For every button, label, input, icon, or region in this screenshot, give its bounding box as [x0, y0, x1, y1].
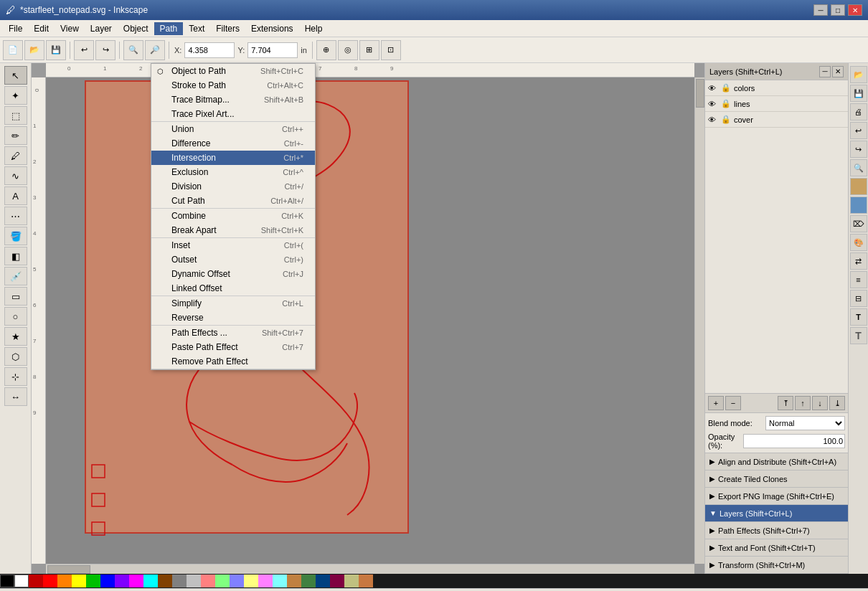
panel-clones[interactable]: ▶ Create Tiled Clones [705, 471, 848, 488]
canvas-area[interactable]: 0 1 2 3 4 5 6 7 8 9 0 1 2 3 4 5 6 7 [32, 63, 704, 574]
color-violet[interactable] [115, 575, 129, 587]
pen-tool[interactable]: 🖊 [4, 146, 27, 165]
layer-down-button[interactable]: ↓ [812, 396, 828, 410]
save-button[interactable]: 💾 [46, 40, 66, 60]
menu-edit[interactable]: Edit [28, 22, 55, 35]
color-silver[interactable] [187, 575, 201, 587]
color-lightblue[interactable] [230, 575, 244, 587]
color-darkgreen[interactable] [301, 575, 316, 587]
star-tool[interactable]: ★ [4, 327, 27, 346]
menu-combine[interactable]: Combine Ctrl+K [151, 209, 315, 223]
fr-print-button[interactable]: 🖨 [850, 103, 867, 120]
snap-button[interactable]: ⊕ [316, 40, 336, 60]
menu-help[interactable]: Help [299, 22, 329, 35]
menu-extensions[interactable]: Extensions [245, 22, 299, 35]
menu-outset[interactable]: Outset Ctrl+) [151, 252, 315, 267]
color-darkblue[interactable] [316, 575, 330, 587]
hscroll-thumb[interactable] [47, 565, 90, 574]
open-button[interactable]: 📂 [24, 40, 44, 60]
color-orange[interactable] [57, 575, 72, 587]
menu-object[interactable]: Object [118, 22, 154, 35]
3d-box-tool[interactable]: ⬡ [4, 347, 27, 366]
color-magenta[interactable] [129, 575, 143, 587]
fr-redo-button[interactable]: ↪ [850, 141, 867, 158]
redo-button[interactable]: ↪ [95, 40, 115, 60]
color-green[interactable] [86, 575, 100, 587]
menu-path-effects[interactable]: Path Effects ... Shift+Ctrl+7 [151, 326, 315, 340]
color-pink[interactable] [258, 575, 273, 587]
menu-path[interactable]: Path [154, 22, 184, 35]
pencil-tool[interactable]: ✏ [4, 126, 27, 145]
color-tan[interactable] [287, 575, 301, 587]
fr-open-button[interactable]: 📂 [850, 66, 867, 83]
color-olive[interactable] [344, 575, 359, 587]
layer-row-colors[interactable]: 👁 🔒 colors [705, 80, 848, 96]
blend-select[interactable]: Normal Multiply Screen Overlay [765, 416, 845, 430]
remove-layer-button[interactable]: − [725, 396, 741, 410]
layer-row-cover[interactable]: 👁 🔒 cover [705, 112, 848, 128]
panel-export[interactable]: ▶ Export PNG Image (Shift+Ctrl+E) [705, 488, 848, 505]
lock-icon-colors[interactable]: 🔒 [721, 83, 731, 93]
color-gray[interactable] [172, 575, 187, 587]
fill-tool[interactable]: 🪣 [4, 227, 27, 245]
menu-remove-path-effect[interactable]: Remove Path Effect [151, 354, 315, 369]
zoom-in-button[interactable]: 🔍 [123, 40, 143, 60]
layer-to-top-button[interactable]: ⤒ [778, 396, 793, 410]
fr-color1-button[interactable] [850, 178, 867, 195]
menu-linked-offset[interactable]: Linked Offset [151, 281, 315, 296]
color-blue[interactable] [100, 575, 115, 587]
horizontal-scrollbar[interactable] [46, 564, 694, 574]
lock-icon-cover[interactable]: 🔒 [721, 115, 731, 124]
menu-break-apart[interactable]: Break Apart Shift+Ctrl+K [151, 223, 315, 237]
menu-layer[interactable]: Layer [85, 22, 118, 35]
color-red[interactable] [43, 575, 57, 587]
rect-tool[interactable]: ▭ [4, 287, 27, 306]
panel-align[interactable]: ▶ Align and Distribute (Shift+Ctrl+A) [705, 453, 848, 471]
fr-color2-button[interactable] [850, 197, 867, 214]
fr-swap-button[interactable]: ⇄ [850, 252, 867, 270]
zoom-out-button[interactable]: 🔎 [145, 40, 165, 60]
fr-paint-button[interactable]: 🎨 [850, 234, 867, 251]
vscroll-thumb[interactable] [696, 79, 704, 108]
layers-minimize-button[interactable]: ─ [819, 66, 831, 77]
color-lightgreen[interactable] [215, 575, 230, 587]
menu-filters[interactable]: Filters [210, 22, 245, 35]
lock-icon-lines[interactable]: 🔒 [721, 99, 731, 108]
menu-reverse[interactable]: Reverse [151, 311, 315, 325]
menu-inset[interactable]: Inset Ctrl+( [151, 238, 315, 252]
panel-transform[interactable]: ▶ Transform (Shift+Ctrl+M) [705, 557, 848, 574]
snap-nodes-button[interactable]: ◎ [338, 40, 358, 60]
undo-button[interactable]: ↩ [74, 40, 94, 60]
color-copper[interactable] [359, 575, 373, 587]
opacity-input[interactable] [743, 434, 845, 448]
circle-tool[interactable]: ○ [4, 307, 27, 326]
color-black[interactable] [0, 575, 14, 587]
menu-paste-path-effect[interactable]: Paste Path Effect Ctrl+7 [151, 340, 315, 354]
color-brown[interactable] [158, 575, 172, 587]
measure-tool[interactable]: ↔ [4, 387, 27, 406]
menu-file[interactable]: File [3, 22, 28, 35]
color-cyan[interactable] [143, 575, 158, 587]
fr-distribute-button[interactable]: ⊟ [850, 290, 867, 307]
menu-cut-path[interactable]: Cut Path Ctrl+Alt+/ [151, 194, 315, 208]
layer-up-button[interactable]: ↑ [795, 396, 811, 410]
zoom-tool[interactable]: ⬚ [4, 106, 27, 125]
y-field[interactable] [247, 42, 298, 58]
fr-align-button[interactable]: ≡ [850, 271, 867, 288]
menu-dynamic-offset[interactable]: Dynamic Offset Ctrl+J [151, 267, 315, 281]
layers-close-button[interactable]: ✕ [832, 66, 844, 77]
menu-stroke-to-path[interactable]: Stroke to Path Ctrl+Alt+C [151, 78, 315, 93]
menu-view[interactable]: View [55, 22, 85, 35]
eye-icon-lines[interactable]: 👁 [708, 100, 718, 108]
menu-intersection[interactable]: Intersection Ctrl+* [151, 151, 315, 165]
panel-patheffects[interactable]: ▶ Path Effects (Shift+Ctrl+7) [705, 522, 848, 539]
color-lightcyan[interactable] [273, 575, 287, 587]
menu-trace-pixel[interactable]: Trace Pixel Art... [151, 107, 315, 121]
menu-division[interactable]: Division Ctrl+/ [151, 179, 315, 194]
panel-layers[interactable]: ▼ Layers (Shift+Ctrl+L) [705, 505, 848, 522]
menu-exclusion[interactable]: Exclusion Ctrl+^ [151, 165, 315, 179]
snap-page-button[interactable]: ⊡ [381, 40, 401, 60]
menu-union[interactable]: Union Ctrl++ [151, 122, 315, 136]
eye-icon-cover[interactable]: 👁 [708, 115, 718, 124]
connector-tool[interactable]: ⊹ [4, 367, 27, 386]
